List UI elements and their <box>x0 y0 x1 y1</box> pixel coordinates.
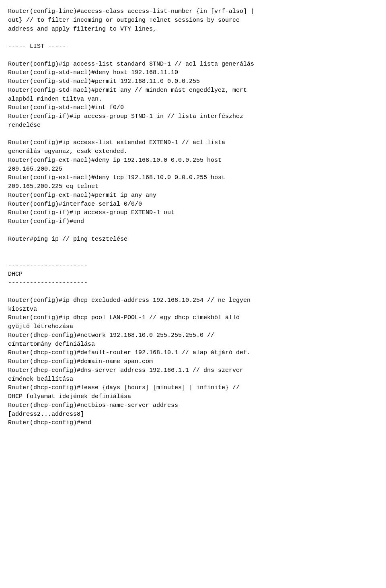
main-content: Router(config-line)#access-class access-… <box>8 7 378 427</box>
